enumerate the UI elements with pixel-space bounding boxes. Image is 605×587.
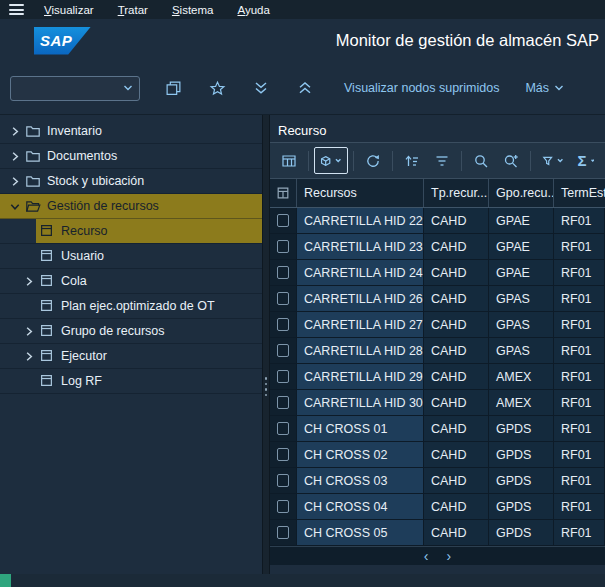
- table-cell[interactable]: RF01: [554, 442, 605, 467]
- table-cell[interactable]: GPAS: [489, 312, 554, 337]
- sidebar-item[interactable]: Stock y ubicación: [0, 169, 262, 194]
- table-cell[interactable]: CARRETILLA HID 27: [297, 312, 424, 337]
- table-cell[interactable]: RF01: [554, 338, 605, 363]
- generate-shortcut-button[interactable]: [202, 75, 232, 102]
- table-cell[interactable]: AMEX: [489, 390, 554, 415]
- row-checkbox[interactable]: [277, 240, 289, 253]
- table-row[interactable]: CH CROSS 02CAHDGPDSRF01: [270, 442, 605, 468]
- sort-ascending-button[interactable]: [398, 147, 426, 174]
- table-cell[interactable]: CARRETILLA HID 26: [297, 286, 424, 311]
- row-checkbox[interactable]: [277, 526, 289, 539]
- table-row[interactable]: CARRETILLA HID 30CAHDAMEXRF01: [270, 390, 605, 416]
- table-row[interactable]: CH CROSS 04CAHDGPDSRF01: [270, 494, 605, 520]
- row-checkbox[interactable]: [277, 474, 289, 487]
- sidebar-item[interactable]: Usuario: [0, 244, 262, 269]
- table-cell[interactable]: CAHD: [424, 338, 489, 363]
- table-row[interactable]: CARRETILLA HID 29CAHDAMEXRF01: [270, 364, 605, 390]
- expand-arrow-icon[interactable]: [8, 175, 22, 188]
- scroll-right-icon[interactable]: ›: [447, 549, 452, 563]
- table-cell[interactable]: CAHD: [424, 208, 489, 233]
- expand-arrow-icon[interactable]: [8, 150, 22, 163]
- table-cell[interactable]: CARRETILLA HID 22: [297, 208, 424, 233]
- table-cell[interactable]: RF01: [554, 260, 605, 285]
- more-menu-link[interactable]: Más: [525, 81, 564, 95]
- table-cell[interactable]: RF01: [554, 416, 605, 441]
- row-checkbox[interactable]: [277, 292, 289, 305]
- refresh-button[interactable]: [359, 147, 387, 174]
- table-cell[interactable]: GPDS: [489, 416, 554, 441]
- menu-item-tratar[interactable]: Tratar: [118, 4, 148, 16]
- sidebar-item[interactable]: Inventario: [0, 119, 262, 144]
- table-row[interactable]: CH CROSS 01CAHDGPDSRF01: [270, 416, 605, 442]
- search-button[interactable]: [467, 147, 495, 174]
- sidebar-item[interactable]: Gestión de recursos: [0, 194, 262, 219]
- column-header[interactable]: TermEsta...: [554, 179, 605, 207]
- table-cell[interactable]: RF01: [554, 468, 605, 493]
- table-cell[interactable]: CAHD: [424, 260, 489, 285]
- table-view-button[interactable]: [275, 147, 303, 174]
- command-input[interactable]: [11, 81, 121, 95]
- table-cell[interactable]: CAHD: [424, 364, 489, 389]
- table-cell[interactable]: GPAE: [489, 208, 554, 233]
- sort-descending-button[interactable]: [428, 147, 456, 174]
- table-cell[interactable]: GPAE: [489, 234, 554, 259]
- table-cell[interactable]: CAHD: [424, 286, 489, 311]
- table-cell[interactable]: RF01: [554, 390, 605, 415]
- table-row[interactable]: CARRETILLA HID 27CAHDGPASRF01: [270, 312, 605, 338]
- expand-arrow-icon[interactable]: [22, 325, 36, 338]
- table-row[interactable]: CARRETILLA HID 24CAHDGPAERF01: [270, 260, 605, 286]
- row-checkbox[interactable]: [277, 448, 289, 461]
- hamburger-menu-icon[interactable]: [9, 4, 24, 15]
- table-cell[interactable]: RF01: [554, 234, 605, 259]
- new-session-button[interactable]: [158, 75, 188, 102]
- menu-item-sistema[interactable]: Sistema: [172, 4, 214, 16]
- table-cell[interactable]: GPDS: [489, 520, 554, 545]
- table-cell[interactable]: CH CROSS 02: [297, 442, 424, 467]
- filter-dropdown-button[interactable]: [536, 147, 570, 174]
- table-cell[interactable]: CAHD: [424, 312, 489, 337]
- collapse-all-button[interactable]: [246, 75, 276, 102]
- table-row[interactable]: CH CROSS 05CAHDGPDSRF01: [270, 520, 605, 546]
- table-cell[interactable]: GPAE: [489, 260, 554, 285]
- sidebar-item[interactable]: Log RF: [0, 369, 262, 394]
- expand-arrow-icon[interactable]: [22, 275, 36, 288]
- row-checkbox[interactable]: [277, 370, 289, 383]
- table-cell[interactable]: CH CROSS 01: [297, 416, 424, 441]
- table-cell[interactable]: CARRETILLA HID 28: [297, 338, 424, 363]
- table-row[interactable]: CARRETILLA HID 26CAHDGPASRF01: [270, 286, 605, 312]
- table-cell[interactable]: CARRETILLA HID 29: [297, 364, 424, 389]
- horizontal-scrollbar[interactable]: ‹ ›: [270, 546, 605, 565]
- table-cell[interactable]: CAHD: [424, 468, 489, 493]
- column-header[interactable]: Tp.recur...: [424, 179, 489, 207]
- table-cell[interactable]: CAHD: [424, 390, 489, 415]
- table-cell[interactable]: GPAS: [489, 286, 554, 311]
- expand-arrow-icon[interactable]: [8, 125, 22, 138]
- table-cell[interactable]: RF01: [554, 494, 605, 519]
- chevron-down-icon[interactable]: [121, 84, 139, 92]
- sidebar-item[interactable]: Ejecutor: [0, 344, 262, 369]
- row-checkbox[interactable]: [277, 214, 289, 227]
- row-checkbox[interactable]: [277, 344, 289, 357]
- table-cell[interactable]: AMEX: [489, 364, 554, 389]
- splitter-handle[interactable]: [262, 115, 270, 574]
- table-cell[interactable]: CARRETILLA HID 23: [297, 234, 424, 259]
- sidebar-item[interactable]: Cola: [0, 269, 262, 294]
- sum-dropdown-button[interactable]: Σ: [572, 147, 601, 174]
- table-row[interactable]: CARRETILLA HID 23CAHDGPAERF01: [270, 234, 605, 260]
- row-checkbox[interactable]: [277, 500, 289, 513]
- table-row[interactable]: CARRETILLA HID 22CAHDGPAERF01: [270, 208, 605, 234]
- show-suppressed-nodes-link[interactable]: Visualizar nodos suprimidos: [344, 81, 499, 95]
- row-checkbox[interactable]: [277, 422, 289, 435]
- table-cell[interactable]: CARRETILLA HID 24: [297, 260, 424, 285]
- table-cell[interactable]: RF01: [554, 312, 605, 337]
- table-cell[interactable]: RF01: [554, 208, 605, 233]
- table-cell[interactable]: CAHD: [424, 520, 489, 545]
- table-cell[interactable]: RF01: [554, 364, 605, 389]
- table-row[interactable]: CARRETILLA HID 28CAHDGPASRF01: [270, 338, 605, 364]
- table-cell[interactable]: RF01: [554, 520, 605, 545]
- table-cell[interactable]: CARRETILLA HID 30: [297, 390, 424, 415]
- select-all-header[interactable]: [270, 179, 297, 207]
- row-checkbox[interactable]: [277, 318, 289, 331]
- table-cell[interactable]: CAHD: [424, 494, 489, 519]
- column-header[interactable]: Recursos: [297, 179, 424, 207]
